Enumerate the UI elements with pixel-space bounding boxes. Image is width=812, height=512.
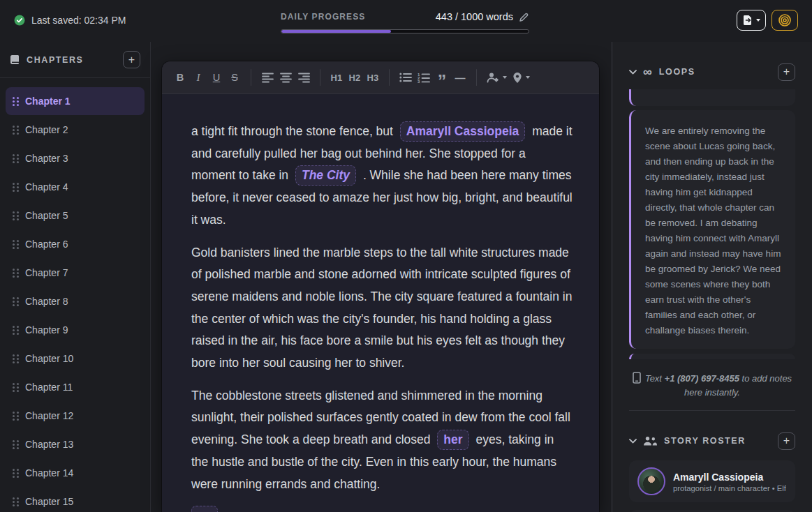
sidebar-item-chapter[interactable]: Chapter 7 (6, 259, 145, 287)
chapter-label: Chapter 10 (25, 353, 73, 364)
sidebar-item-chapter[interactable]: Chapter 2 (6, 116, 145, 144)
chapter-label: Chapter 7 (25, 267, 68, 278)
sidebar-item-chapter[interactable]: Chapter 11 (6, 373, 145, 401)
sidebar-item-chapter[interactable]: Chapter 1 (6, 87, 145, 115)
loop-note-card[interactable]: We are entirely removing the scene about… (629, 110, 795, 349)
horizontal-rule-button[interactable]: — (451, 68, 469, 86)
chapter-label: Chapter 4 (25, 181, 68, 193)
sidebar-item-chapter[interactable]: Chapter 15 (6, 488, 145, 512)
character-mention[interactable]: Amaryll Cassiopeia (400, 121, 525, 142)
chapter-label: Chapter 3 (25, 153, 68, 164)
chapters-sidebar: CHAPTERS + Chapter 1 Chapter 2 Chapter 3… (0, 42, 151, 512)
drag-handle-icon[interactable] (13, 269, 19, 278)
users-icon (643, 436, 657, 446)
ordered-list-button[interactable]: 123 (415, 68, 433, 86)
loop-note-card-partial[interactable] (629, 89, 795, 106)
character-description: protagonist / main character • Elf (673, 484, 786, 492)
drag-handle-icon[interactable] (13, 154, 19, 163)
italic-button[interactable]: I (189, 68, 207, 86)
bold-button[interactable]: B (171, 68, 189, 86)
sidebar-item-chapter[interactable]: Chapter 10 (6, 345, 145, 372)
drag-handle-icon[interactable] (13, 412, 19, 421)
loops-title: LOOPS (659, 67, 778, 77)
sidebar-item-chapter[interactable]: Chapter 8 (6, 287, 145, 315)
drag-handle-icon[interactable] (13, 354, 19, 363)
sidebar-item-chapter[interactable]: Chapter 13 (6, 430, 145, 458)
drag-handle-icon[interactable] (13, 383, 19, 392)
chapter-label: Chapter 8 (25, 296, 68, 307)
character-name: Amaryll Cassiopeia (673, 471, 786, 484)
chapter-label: Chapter 1 (25, 96, 71, 107)
edit-goal-pencil-icon[interactable] (519, 12, 529, 22)
drag-handle-icon[interactable] (13, 326, 19, 335)
sms-hint-prefix: Text (645, 373, 665, 384)
drag-handle-icon[interactable] (13, 240, 19, 249)
character-mention-button[interactable] (484, 68, 510, 86)
drag-handle-icon[interactable] (13, 469, 19, 478)
chapter-label: Chapter 13 (25, 439, 73, 450)
character-avatar (637, 467, 665, 495)
add-chapter-button[interactable]: + (123, 51, 140, 68)
add-loop-button[interactable]: + (778, 63, 795, 81)
loop-note-card-partial[interactable] (629, 354, 795, 359)
person-icon (487, 72, 499, 83)
editor-paragraph: Gold banisters lined the marble steps to… (191, 242, 573, 375)
goals-button[interactable] (772, 10, 798, 31)
chapter-label: Chapter 5 (25, 210, 68, 221)
caret-down-icon (503, 76, 507, 79)
drag-handle-icon[interactable] (13, 297, 19, 306)
sidebar-item-chapter[interactable]: Chapter 3 (6, 144, 145, 172)
drag-handle-icon[interactable] (13, 97, 19, 106)
sidebar-item-chapter[interactable]: Chapter 4 (6, 173, 145, 201)
editor-paragraph: The cobblestone streets glistened and sh… (191, 385, 573, 496)
editor-toolbar: B I U S H1 H2 H3 (162, 61, 599, 94)
align-right-button[interactable] (295, 68, 313, 86)
bullseye-icon (778, 13, 792, 27)
heading3-button[interactable]: H3 (364, 68, 382, 86)
align-left-icon (262, 73, 274, 83)
infinity-icon: ∞ (643, 67, 652, 77)
sms-number: +1 (807) 697-8455 (665, 373, 739, 384)
sms-hint: Text +1 (807) 697-8455 to add notes here… (629, 372, 795, 400)
app-window: Last saved: 02:34 PM DAILY PROGRESS 443 … (0, 0, 812, 512)
editor-paragraph: a tight fit through the stone fence, but… (191, 121, 573, 232)
heading2-button[interactable]: H2 (346, 68, 364, 86)
add-character-button[interactable]: + (778, 432, 795, 450)
right-sidebar: ∞ LOOPS + We are entirely removing the s… (612, 42, 812, 512)
chevron-down-icon[interactable] (629, 70, 637, 75)
align-center-button[interactable] (276, 68, 295, 86)
sidebar-item-chapter[interactable]: Chapter 12 (6, 402, 145, 430)
drag-handle-icon[interactable] (13, 211, 19, 220)
toolbar-divider (476, 69, 477, 86)
drag-handle-icon[interactable] (13, 497, 19, 506)
location-mention-button[interactable] (510, 68, 533, 86)
loop-note-text: We are entirely removing the scene about… (645, 123, 781, 338)
sidebar-item-chapter[interactable]: Chapter 14 (6, 459, 145, 487)
bullet-list-icon (399, 73, 412, 82)
sidebar-item-chapter[interactable]: Chapter 5 (6, 202, 145, 229)
character-card[interactable]: Amaryll Cassiopeia protagonist / main ch… (629, 460, 795, 502)
align-left-button[interactable] (258, 68, 276, 86)
location-mention[interactable]: The City (295, 165, 356, 186)
align-right-icon (298, 73, 310, 83)
next-mention-partial (191, 506, 218, 512)
strikethrough-button[interactable]: S (226, 68, 244, 86)
drag-handle-icon[interactable] (13, 126, 19, 135)
sidebar-item-chapter[interactable]: Chapter 9 (6, 316, 145, 344)
underline-button[interactable]: U (207, 68, 226, 86)
character-mention[interactable]: her (437, 430, 468, 450)
blockquote-button[interactable]: ” (433, 68, 451, 86)
chevron-down-icon[interactable] (629, 439, 637, 444)
bullet-list-button[interactable] (397, 68, 415, 86)
drag-handle-icon[interactable] (13, 183, 19, 192)
word-count: 443 / 1000 words (436, 11, 513, 22)
save-status: Last saved: 02:34 PM (14, 15, 126, 26)
export-button[interactable] (737, 10, 766, 31)
heading1-button[interactable]: H1 (327, 68, 346, 86)
book-icon (10, 54, 20, 65)
ordered-list-icon: 123 (418, 73, 430, 83)
drag-handle-icon[interactable] (13, 440, 19, 449)
editor-content[interactable]: a tight fit through the stone fence, but… (162, 94, 599, 512)
sidebar-item-chapter[interactable]: Chapter 6 (6, 230, 145, 258)
chapter-label: Chapter 9 (25, 324, 68, 336)
